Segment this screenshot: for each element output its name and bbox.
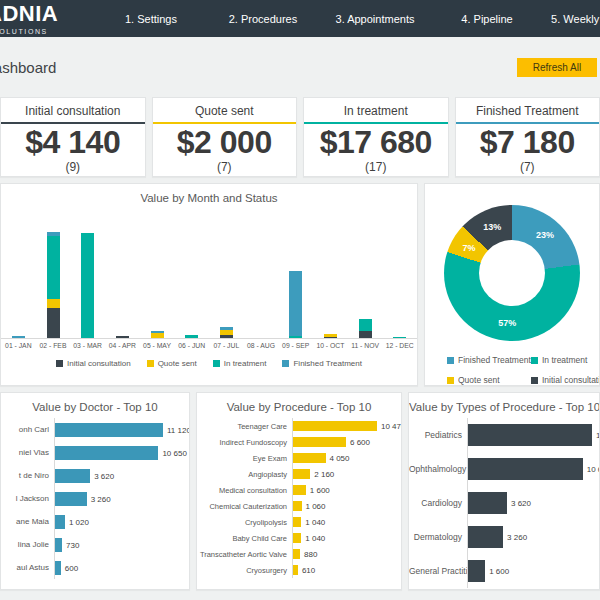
segment-quote-sent — [151, 333, 164, 338]
kpi-label: Initial consultation — [1, 104, 145, 118]
x-tick-label: 10 - OCT — [313, 342, 348, 349]
nav-item-4-pipeline[interactable]: 4. Pipeline — [431, 13, 543, 25]
legend-item-initial-consultation: Initial consultation — [531, 375, 600, 385]
donut-label-23: 23% — [536, 230, 554, 240]
segment-in-treatment — [393, 337, 406, 338]
kpi-value: $2 000 — [153, 125, 297, 159]
row-value: 610 — [302, 566, 315, 575]
x-tick-label: 11 - NOV — [348, 342, 383, 349]
segment-in-treatment — [81, 233, 94, 338]
kpi-card-quote-sent: Quote sent$2 000(7) — [152, 97, 298, 177]
row-value: 1 040 — [305, 534, 325, 543]
kpi-card-finished-treatment: Finished Treatment$7 180(7) — [455, 97, 600, 177]
row-bar — [293, 485, 306, 495]
bar-row-dermatology: Dermatology3 260 — [409, 520, 599, 554]
chart-title: Value by Procedure - Top 10 — [197, 401, 401, 413]
kpi-value: $4 140 — [1, 125, 145, 159]
row-bar — [293, 421, 377, 431]
row-bar — [293, 565, 298, 575]
segment-in-treatment — [359, 319, 372, 332]
legend-item-finished-treatment: Finished Treatment — [447, 355, 531, 365]
bar-row-l-jackson: l Jackson3 260 — [1, 487, 189, 510]
row-label: Angioplasty — [197, 470, 292, 479]
refresh-all-button[interactable]: Refresh All — [517, 58, 597, 77]
month-bar-04-apr — [105, 208, 140, 338]
row-value: 11 120 — [167, 425, 190, 434]
row-bar-area: 600 — [54, 556, 189, 579]
row-bar — [55, 446, 158, 460]
month-axis-labels: 01 - JAN02 - FEB03 - MAR04 - APR05 - MAY… — [1, 342, 417, 349]
row-label: Cryolipolysis — [197, 518, 292, 527]
chart-title: Value by Doctor - Top 10 — [1, 401, 189, 413]
kpi-count: (7) — [456, 160, 600, 174]
row-bar-area: 610 — [292, 562, 401, 578]
row-bar-area: 3 620 — [467, 486, 599, 520]
row-bar-area: 11 510 — [467, 418, 599, 452]
row-bar — [293, 549, 300, 559]
month-bar-03-mar — [70, 208, 105, 338]
row-label: t de Niro — [1, 471, 54, 480]
row-value: 1 040 — [305, 518, 325, 527]
segment-initial-consultation — [324, 337, 337, 338]
row-bar-area: 880 — [292, 546, 401, 562]
row-bar-area: 10 650 — [54, 441, 189, 464]
row-bar — [468, 560, 485, 582]
row-bar — [293, 501, 302, 511]
bar-row-cryolipolysis: Cryolipolysis1 040 — [197, 514, 401, 530]
month-bar-12-dec — [382, 208, 417, 338]
nav-item-2-procedures[interactable]: 2. Procedures — [207, 13, 319, 25]
segment-in-treatment — [289, 336, 302, 338]
donut-label-57: 57% — [498, 318, 516, 328]
month-bar-02-feb — [36, 208, 71, 338]
kpi-label: Quote sent — [153, 104, 297, 118]
row-bar-area: 1 040 — [292, 530, 401, 546]
x-tick-label: 09 - SEP — [278, 342, 313, 349]
legend-item-in-treatment: In treatment — [531, 355, 600, 365]
legend-label: Finished Treatment — [458, 355, 531, 365]
bar-row-t-de-niro: t de Niro3 620 — [1, 464, 189, 487]
page-title: Dashboard — [0, 59, 56, 76]
legend-label: Initial consultation — [67, 359, 131, 368]
row-bar — [293, 469, 310, 479]
row-bar — [55, 492, 87, 506]
legend-swatch — [447, 377, 454, 384]
bar-row-teenager-care: Teenager Care10 470 — [197, 418, 401, 434]
row-label: Dermatology — [409, 532, 467, 542]
row-bar — [55, 515, 65, 529]
row-label: General Practitioner — [409, 566, 467, 576]
monthly-chart-legend: Initial consultationQuote sentIn treatme… — [1, 359, 417, 368]
row-label: Medical consultation — [197, 486, 292, 495]
row-label: Indirect Fundoscopy — [197, 438, 292, 447]
bar-row-medical-consultation: Medical consultation1 600 — [197, 482, 401, 498]
row-bar-area: 1 600 — [467, 554, 599, 588]
bar-row-lina-jolie: lina Jolie730 — [1, 533, 189, 556]
middle-row: Value by Month and Status 01 - JAN02 - F… — [0, 183, 600, 386]
donut-label-7: 7% — [462, 243, 475, 253]
row-label: Eye Exam — [197, 454, 292, 463]
kpi-count: (7) — [153, 160, 297, 174]
row-label: Cryosurgery — [197, 566, 292, 575]
kpi-card-initial-consultation: Initial consultation$4 140(9) — [0, 97, 146, 177]
legend-label: Quote sent — [158, 359, 197, 368]
legend-swatch — [282, 360, 289, 367]
row-value: 10 650 — [587, 465, 600, 474]
bottom-row: Value by Doctor - Top 10 onh Carl11 120n… — [0, 392, 600, 590]
segment-finished-treatment — [12, 336, 25, 339]
segment-initial-consultation — [359, 331, 372, 338]
nav-item-3-appointments[interactable]: 3. Appointments — [319, 13, 431, 25]
nav-item-5-weekly-calendar[interactable]: 5. Weekly Calendar — [543, 13, 600, 25]
bar-row-cardiology: Cardiology3 620 — [409, 486, 599, 520]
row-bar-area: 3 260 — [467, 520, 599, 554]
x-tick-label: 08 - AUG — [244, 342, 279, 349]
segment-finished-treatment — [289, 271, 302, 336]
row-value: 1 060 — [306, 502, 326, 511]
row-label: Teenager Care — [197, 422, 292, 431]
legend-item-finished-treatment: Finished Treatment — [282, 359, 361, 368]
bar-row-aul-astus: aul Astus600 — [1, 556, 189, 579]
legend-swatch — [531, 377, 538, 384]
x-tick-label: 02 - FEB — [36, 342, 71, 349]
nav-item-1-settings[interactable]: 1. Settings — [95, 13, 207, 25]
row-bar — [293, 517, 301, 527]
segment-in-treatment — [47, 236, 60, 299]
x-tick-label: 05 - MAY — [140, 342, 175, 349]
